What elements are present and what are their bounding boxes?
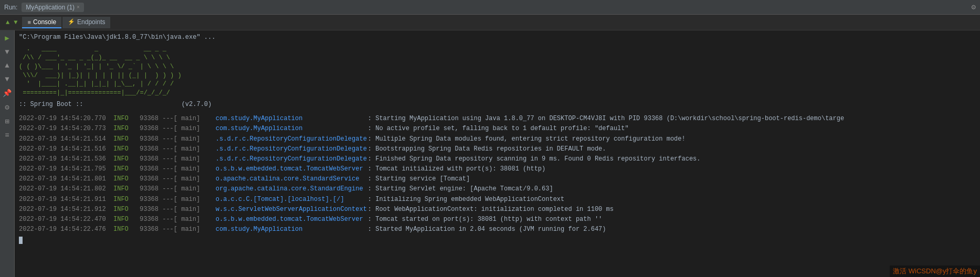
stop-icon[interactable]: ▼ bbox=[4, 47, 10, 57]
scroll-down-sidebar-icon[interactable]: ▼ bbox=[4, 74, 10, 84]
gear-icon[interactable]: ⚙ bbox=[972, 3, 976, 12]
filter-icon[interactable]: ≡ bbox=[4, 130, 10, 141]
log-line: 2022-07-19 14:54:22.476 INFO 93368 --- [… bbox=[19, 225, 976, 235]
scroll-up-sidebar-icon[interactable]: ▲ bbox=[4, 60, 10, 71]
tab-console[interactable]: ■ Console bbox=[22, 17, 61, 28]
app-tab[interactable]: MyApplication (1) × bbox=[22, 3, 84, 12]
log-line: 2022-07-19 14:54:21.912 INFO 93368 --- [… bbox=[19, 205, 976, 215]
close-tab-icon[interactable]: × bbox=[77, 4, 80, 10]
settings-icon[interactable]: ⚙ bbox=[4, 102, 10, 113]
log-line: 2022-07-19 14:54:21.795 INFO 93368 --- [… bbox=[19, 164, 976, 174]
log-line: 2022-07-19 14:54:21.536 INFO 93368 --- [… bbox=[19, 154, 976, 164]
pin-icon[interactable]: 📌 bbox=[2, 88, 13, 99]
main-layout: ▶ ▼ ▲ ▼ 📌 ⚙ ⊞ ≡ "C:\Program Files\Java\j… bbox=[0, 30, 980, 277]
log-container: 2022-07-19 14:54:20.770 INFO 93368 --- [… bbox=[19, 114, 976, 246]
run-icon[interactable]: ▶ bbox=[4, 33, 10, 44]
scroll-down-icon[interactable]: ▼ bbox=[12, 19, 19, 26]
sidebar: ▶ ▼ ▲ ▼ 📌 ⚙ ⊞ ≡ bbox=[0, 30, 15, 277]
console-output[interactable]: "C:\Program Files\Java\jdk1.8.0_77\bin\j… bbox=[15, 30, 980, 277]
layout-icon[interactable]: ⊞ bbox=[4, 116, 10, 127]
cmd-line: "C:\Program Files\Java\jdk1.8.0_77\bin\j… bbox=[19, 33, 976, 42]
log-line: 2022-07-19 14:54:21.516 INFO 93368 --- [… bbox=[19, 144, 976, 154]
tab-endpoints-label: Endpoints bbox=[77, 18, 105, 26]
log-line: 2022-07-19 14:54:21.514 INFO 93368 --- [… bbox=[19, 134, 976, 144]
spring-version-line: :: Spring Boot :: (v2.7.0) bbox=[19, 100, 976, 110]
log-line: 2022-07-19 14:54:21.911 INFO 93368 --- [… bbox=[19, 195, 976, 205]
scroll-up-icon[interactable]: ▲ bbox=[4, 19, 11, 26]
log-line: 2022-07-19 14:54:20.773 INFO 93368 --- [… bbox=[19, 124, 976, 134]
log-line: 2022-07-19 14:54:22.470 INFO 93368 --- [… bbox=[19, 215, 976, 225]
ascii-art: . ____ _ __ _ _ /\\ / ___'_ __ _ _(_)_ _… bbox=[19, 45, 976, 98]
cursor-line bbox=[19, 236, 976, 246]
log-line: 2022-07-19 14:54:21.802 INFO 93368 --- [… bbox=[19, 184, 976, 194]
run-label: Run: bbox=[4, 4, 17, 11]
top-bar: Run: MyApplication (1) × ⚙ bbox=[0, 0, 980, 15]
watermark: 激活 WiCSDN@y打伞的鱼y bbox=[890, 265, 980, 277]
toolbar: ▲ ▼ ■ Console ⚡ Endpoints bbox=[0, 15, 980, 30]
log-line: 2022-07-19 14:54:20.770 INFO 93368 --- [… bbox=[19, 114, 976, 124]
tab-endpoints[interactable]: ⚡ Endpoints bbox=[62, 17, 110, 28]
tab-console-label: Console bbox=[33, 18, 56, 26]
app-tab-label: MyApplication (1) bbox=[26, 4, 75, 11]
log-line: 2022-07-19 14:54:21.801 INFO 93368 --- [… bbox=[19, 174, 976, 184]
